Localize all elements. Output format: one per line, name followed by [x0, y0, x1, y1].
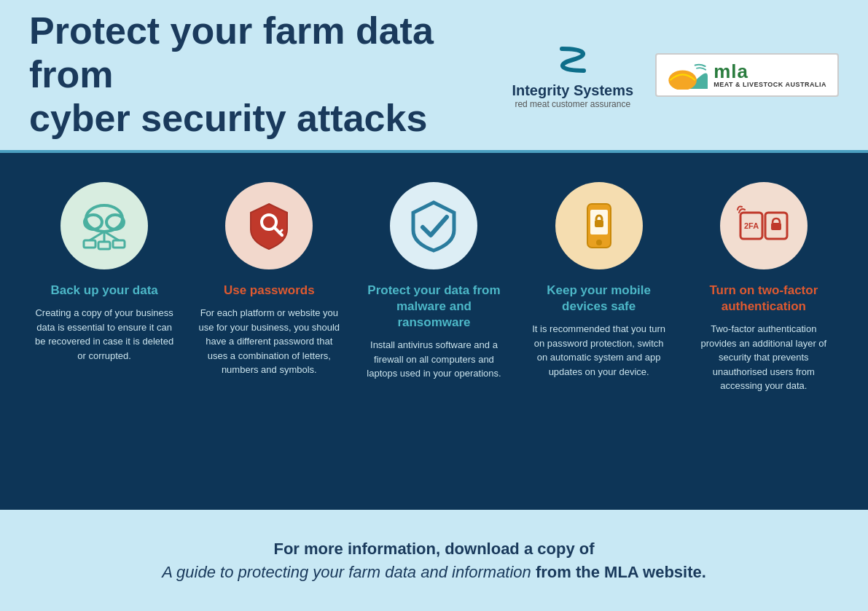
header-title: Protect your farm data from cyber securi…: [29, 9, 510, 140]
footer-section: For more information, download a copy of…: [0, 510, 868, 611]
footer-bold-text: from the MLA website.: [536, 563, 706, 581]
2fa-body: Two-factor authentication provides an ad…: [692, 322, 834, 393]
integrity-name: Integrity Systems: [512, 82, 633, 99]
footer-italic-text: A guide to protecting your farm data and…: [162, 563, 531, 581]
malware-body: Install antivirus software and a firewal…: [363, 338, 505, 381]
malware-title: Protect your data from malware and ranso…: [363, 283, 505, 331]
mobile-icon-circle: [555, 182, 643, 269]
backup-icon-circle: [60, 182, 148, 269]
svg-point-2: [86, 205, 122, 232]
card-malware: Protect your data from malware and ranso…: [363, 182, 505, 381]
svg-line-5: [90, 232, 104, 240]
passwords-icon-circle: [225, 182, 313, 269]
backup-title: Back up your data: [50, 283, 157, 299]
mobile-title: Keep your mobile devices safe: [528, 283, 670, 315]
header-section: Protect your farm data from cyber securi…: [0, 0, 868, 153]
footer-line2: A guide to protecting your farm data and…: [162, 563, 706, 582]
mla-main-text: mla: [713, 62, 826, 81]
page-title: Protect your farm data from cyber securi…: [29, 9, 510, 140]
svg-rect-8: [84, 240, 95, 248]
middle-section: Back up your data Creating a copy of you…: [0, 153, 868, 510]
svg-line-7: [104, 232, 119, 240]
passwords-title: Use passwords: [224, 283, 315, 299]
mla-sub-text: MEAT & LIVESTOCK AUSTRALIA: [713, 81, 826, 88]
card-2fa: 2FA Turn on two-factor authentication Tw…: [692, 182, 834, 393]
integrity-logo-icon: [547, 42, 598, 78]
card-mobile: Keep your mobile devices safe It is reco…: [528, 182, 670, 379]
card-passwords: Use passwords For each platform or websi…: [198, 182, 340, 377]
passwords-body: For each platform or website you use for…: [198, 306, 340, 377]
mobile-body: It is recommended that you turn on passw…: [528, 322, 670, 379]
svg-rect-9: [98, 242, 110, 249]
mla-text-area: mla MEAT & LIVESTOCK AUSTRALIA: [713, 62, 826, 88]
malware-icon-circle: [390, 182, 477, 269]
card-backup: Back up your data Creating a copy of you…: [34, 182, 176, 363]
2fa-title: Turn on two-factor authentication: [692, 283, 834, 315]
logos-area: Integrity Systems red meat customer assu…: [512, 42, 839, 109]
svg-rect-16: [595, 220, 603, 227]
svg-text:2FA: 2FA: [744, 221, 759, 230]
svg-point-17: [596, 240, 602, 245]
integrity-systems-logo: Integrity Systems red meat customer assu…: [512, 42, 633, 109]
mla-brand: mla MEAT & LIVESTOCK AUSTRALIA: [668, 60, 826, 90]
svg-rect-10: [113, 240, 125, 248]
backup-body: Creating a copy of your business data is…: [34, 306, 176, 363]
2fa-icon-circle: 2FA: [720, 182, 808, 269]
mla-logo: mla MEAT & LIVESTOCK AUSTRALIA: [655, 53, 839, 97]
svg-point-1: [669, 70, 697, 90]
svg-rect-21: [771, 223, 781, 230]
integrity-sub: red meat customer assurance: [512, 99, 633, 109]
footer-line1: For more information, download a copy of: [273, 540, 594, 559]
